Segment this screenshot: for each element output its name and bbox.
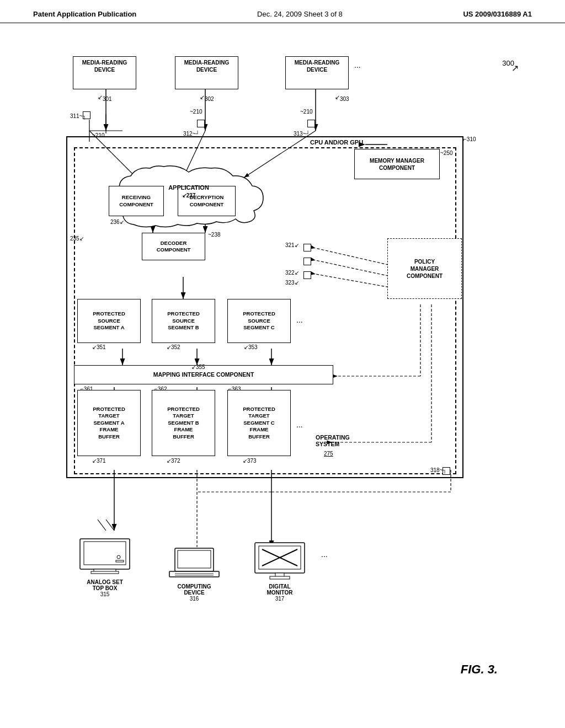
ref-353: ↙353 [244, 344, 258, 350]
svg-line-27 [98, 520, 106, 531]
cpu-gpu-label: CPU AND/OR GPU [310, 139, 363, 146]
fig-label: FIG. 3. [461, 662, 498, 677]
ref-355: ↙355 [191, 364, 205, 370]
digital-monitor-icon: DIGITAL MONITOR 317 [247, 542, 313, 602]
label-321: 321↙ [285, 242, 299, 248]
memory-manager-box: MEMORY MANAGER COMPONENT [354, 149, 440, 179]
ref-373: ↙373 [243, 458, 257, 464]
ref-box-312 [197, 120, 205, 127]
arrow-300: ↗ [511, 63, 519, 73]
ref-371: ↙371 [92, 458, 106, 464]
ref-275: 275 [324, 451, 333, 457]
svg-rect-37 [84, 542, 126, 565]
ref-317: 317 [247, 596, 313, 602]
application-label: APPLICATION [168, 184, 209, 191]
target-segment-a-box: PROTECTED TARGET SEGMENT A FRAME BUFFER [77, 390, 141, 456]
target-segment-c-box: PROTECTED TARGET SEGMENT C FRAME BUFFER [227, 390, 291, 456]
label-323: 323↙ [285, 280, 299, 286]
ref-box-323 [303, 271, 311, 279]
ref-316: 316 [161, 596, 227, 602]
analog-set-top-box-icon: ANALOG SET TOP BOX 315 [72, 536, 138, 597]
source-segment-b-box: PROTECTED SOURCE SEGMENT B [152, 299, 215, 343]
ref-236: 236↙ [110, 219, 124, 225]
ref-310: ⌐310 [463, 136, 476, 142]
ref-box-322 [303, 258, 311, 265]
media-device-1: MEDIA-READING DEVICE [73, 56, 136, 89]
ref-315: 315 [72, 591, 138, 597]
ellipsis-target: ... [296, 420, 303, 429]
digital-label: DIGITAL MONITOR [247, 584, 313, 596]
label-322: 322↙ [285, 270, 299, 276]
analog-label: ANALOG SET TOP BOX [72, 579, 138, 591]
os-label: OPERATINGSYSTEM [316, 434, 350, 447]
ref-box-321 [303, 244, 311, 251]
svg-rect-43 [178, 550, 211, 568]
ellipsis-top: ... [354, 61, 361, 69]
target-segment-b-box: PROTECTED TARGET SEGMENT B FRAME BUFFER [152, 390, 215, 456]
svg-rect-39 [91, 571, 119, 574]
computing-device-icon: COMPUTING DEVICE 316 [161, 547, 227, 602]
ref-250: ~250 [440, 150, 453, 156]
ref-303: ↙303 [335, 94, 349, 102]
source-segment-c-box: PROTECTED SOURCE SEGMENT C [227, 299, 291, 343]
computing-label: COMPUTING DEVICE [161, 584, 227, 596]
ref-351: ↙351 [92, 344, 106, 350]
ref-box-313 [307, 120, 315, 127]
header-left: Patent Application Publication [33, 10, 136, 18]
media-device-3: MEDIA-READING DEVICE [285, 56, 349, 89]
svg-line-28 [106, 520, 114, 531]
svg-rect-44 [169, 571, 219, 577]
ref-237: ↙237 [168, 192, 209, 199]
policy-manager-label: POLICY MANAGER COMPONENT [407, 258, 443, 280]
diagram-area: 300 ↗ MEDIA-READING DEVICE ↙301 MEDIA-RE… [34, 23, 531, 685]
patent-header: Patent Application Publication Dec. 24, … [0, 0, 565, 23]
ref-238: ~238 [208, 232, 221, 238]
ref-372: ↙372 [167, 458, 180, 464]
mapping-interface-label: MAPPING INTERFACE COMPONENT [153, 371, 254, 379]
label-318: 318~┐ [430, 467, 447, 473]
header-center: Dec. 24, 2009 Sheet 3 of 8 [257, 10, 343, 18]
ellipsis-source: ... [296, 315, 303, 324]
label-311: 311~┐ [70, 113, 87, 119]
media-device-2: MEDIA-READING DEVICE [175, 56, 238, 89]
label-210c: ~210 [300, 109, 313, 115]
decoder-component-box: DECODER COMPONENT [142, 233, 205, 260]
receiving-component-box: RECEIVING COMPONENT [109, 186, 164, 216]
svg-rect-52 [270, 576, 290, 579]
label-210b: ~210 [190, 109, 202, 115]
ellipsis-output: ... [321, 550, 328, 559]
source-segment-a-box: PROTECTED SOURCE SEGMENT A [77, 299, 141, 343]
ref-235: 235↙ [70, 235, 84, 242]
header-right: US 2009/0316889 A1 [463, 10, 532, 18]
ref-302: ↙302 [200, 94, 214, 102]
ref-301: ↙301 [98, 94, 112, 102]
policy-manager-box: POLICY MANAGER COMPONENT [387, 238, 462, 299]
ref-352: ↙352 [167, 344, 180, 350]
